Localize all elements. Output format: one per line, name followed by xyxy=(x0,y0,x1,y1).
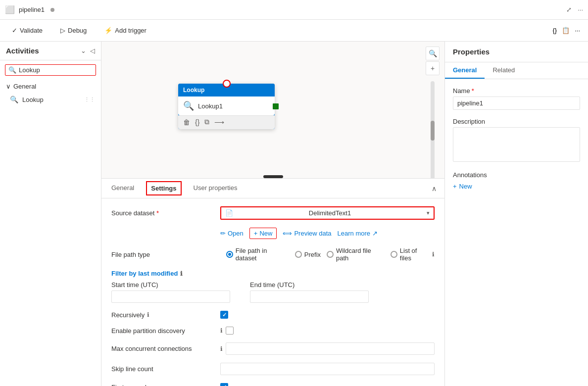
chevron-icon: ∨ xyxy=(6,83,11,90)
filter-section: Filter by last modified ℹ xyxy=(111,270,435,277)
prop-tab-general[interactable]: General xyxy=(445,62,485,79)
dashboard-icon[interactable]: 📋 xyxy=(562,27,570,34)
search-icon: 🔍 xyxy=(8,66,16,74)
end-time-label: End time (UTC) xyxy=(250,281,369,289)
validate-button[interactable]: ✓ Validate xyxy=(8,25,47,36)
name-input[interactable] xyxy=(453,96,580,110)
learn-more-button[interactable]: Learn more ↗ xyxy=(338,230,378,237)
name-required: * xyxy=(472,87,474,95)
end-time-input[interactable] xyxy=(250,290,369,303)
collapse-panel-button[interactable]: ∧ xyxy=(432,185,437,193)
sidebar-search[interactable]: 🔍 xyxy=(5,64,96,76)
source-dataset-label: Source dataset * xyxy=(111,209,220,217)
delete-icon[interactable]: 🗑 xyxy=(183,118,190,126)
sidebar-icons: ⌄ ◁ xyxy=(81,47,95,54)
zoom-in-button[interactable]: + xyxy=(426,61,440,75)
search-input[interactable] xyxy=(19,66,93,74)
more-icon[interactable]: ··· xyxy=(575,27,580,34)
recursively-checkbox[interactable] xyxy=(220,311,228,319)
time-row: Start time (UTC) End time (UTC) xyxy=(111,281,435,303)
settings-content: Source dataset * 📄 DelimitedText1 ▾ xyxy=(101,198,444,386)
first-row-only-row: First row only xyxy=(111,383,435,386)
max-concurrent-input[interactable] xyxy=(226,342,435,355)
activity-node-lookup[interactable]: Lookup 🔍 Lookup1 🗑 {} ⧉ ⟶ xyxy=(178,84,275,129)
toolbar-right: {} 📋 ··· xyxy=(552,27,580,34)
skip-line-count-row: Skip line count xyxy=(111,363,435,375)
list-of-files-info-icon[interactable]: ℹ xyxy=(432,251,435,258)
radio-btn-wildcard[interactable] xyxy=(327,251,334,258)
properties-content: Name * Description Annotations + New xyxy=(445,79,588,386)
main-layout: Activities ⌄ ◁ 🔍 ∨ General 🔍 Lookup ⋮⋮ xyxy=(0,42,588,386)
scrollbar-thumb xyxy=(431,121,435,141)
node-connector-top xyxy=(223,80,231,88)
sidebar-section-header[interactable]: ∨ General xyxy=(6,83,95,90)
prop-tab-related[interactable]: Related xyxy=(485,62,523,79)
file-path-label: File path type xyxy=(111,251,220,258)
sidebar-item-lookup[interactable]: 🔍 Lookup ⋮⋮ xyxy=(0,93,101,106)
debug-button[interactable]: ▷ Debug xyxy=(56,25,91,36)
skip-line-count-input[interactable] xyxy=(220,363,435,375)
description-textarea[interactable] xyxy=(453,127,580,162)
plus-icon: + xyxy=(254,230,258,237)
source-dataset-control: 📄 DelimitedText1 ▾ xyxy=(220,206,435,220)
validate-icon: ✓ xyxy=(12,27,17,34)
lookup-label: Lookup xyxy=(22,96,44,103)
dataset-actions-row: ✏ Open + New ⟺ Preview data Learn more xyxy=(111,224,435,239)
collapse-icon[interactable]: ⌄ xyxy=(81,47,86,54)
radio-btn-prefix[interactable] xyxy=(295,251,302,258)
radio-btn-list[interactable] xyxy=(391,251,397,258)
partition-discovery-checkbox[interactable] xyxy=(226,327,234,335)
trigger-icon: ⚡ xyxy=(104,27,112,34)
recursively-row: Recursively ℹ xyxy=(111,311,435,319)
bottom-panel-tabs: General Settings User properties ∧ xyxy=(101,179,444,198)
add-trigger-button[interactable]: ⚡ Add trigger xyxy=(100,25,150,36)
preview-icon: ⟺ xyxy=(283,230,292,237)
new-button[interactable]: + New xyxy=(249,228,277,239)
code-action-icon[interactable]: {} xyxy=(195,118,199,126)
copy-icon[interactable]: ⧉ xyxy=(204,118,209,126)
radio-file-path-in-dataset[interactable]: File path in dataset xyxy=(226,247,289,262)
zoom-search-button[interactable]: 🔍 xyxy=(426,47,440,60)
max-concurrent-info-icon[interactable]: ℹ xyxy=(220,345,223,352)
node-actions: 🗑 {} ⧉ ⟶ xyxy=(178,115,275,129)
tab-settings[interactable]: Settings xyxy=(146,181,181,195)
recursively-info-icon[interactable]: ℹ xyxy=(147,311,149,318)
radio-prefix[interactable]: Prefix xyxy=(295,251,321,258)
arrow-icon[interactable]: ⟶ xyxy=(214,118,224,126)
filter-info-icon[interactable]: ℹ xyxy=(180,270,183,277)
tab-user-properties[interactable]: User properties xyxy=(192,180,240,196)
node-body: 🔍 Lookup1 xyxy=(178,96,275,115)
skip-line-count-control xyxy=(220,363,435,375)
app-icon: ⬜ xyxy=(5,5,15,14)
canvas-divider xyxy=(263,175,283,178)
canvas[interactable]: Lookup 🔍 Lookup1 🗑 {} ⧉ ⟶ 🔍 + xyxy=(101,42,444,178)
preview-data-button[interactable]: ⟺ Preview data xyxy=(283,230,331,237)
radio-list-of-files[interactable]: List of files ℹ xyxy=(391,247,435,262)
partition-info-icon[interactable]: ℹ xyxy=(220,327,223,334)
more-options-icon[interactable]: ··· xyxy=(578,6,583,13)
first-row-only-checkbox[interactable] xyxy=(220,383,228,386)
required-mark: * xyxy=(156,209,159,217)
maximize-icon[interactable]: ⤢ xyxy=(566,6,572,13)
name-field: Name * xyxy=(453,87,580,110)
source-dataset-select[interactable]: 📄 DelimitedText1 ▾ xyxy=(220,206,435,220)
drag-handle: ⋮⋮ xyxy=(84,96,95,103)
filter-label: Filter by last modified ℹ xyxy=(111,270,435,277)
canvas-controls: 🔍 + xyxy=(426,47,440,75)
partition-discovery-control: ℹ xyxy=(220,327,234,335)
name-label: Name * xyxy=(453,87,580,95)
tab-general[interactable]: General xyxy=(109,180,136,196)
add-annotation-button[interactable]: + New xyxy=(453,183,580,190)
open-button[interactable]: ✏ Open xyxy=(220,230,244,237)
sidebar-section-general: ∨ General xyxy=(0,80,101,93)
dataset-actions: ✏ Open + New ⟺ Preview data Learn more xyxy=(220,228,378,239)
radio-btn-selected[interactable] xyxy=(226,251,233,258)
properties-panel: Properties General Related Name * Descri… xyxy=(444,42,588,386)
code-icon[interactable]: {} xyxy=(552,27,557,34)
radio-wildcard[interactable]: Wildcard file path xyxy=(327,247,385,262)
start-time-input[interactable] xyxy=(111,290,230,303)
start-time-group: Start time (UTC) xyxy=(111,281,230,303)
edit-icon: ✏ xyxy=(220,230,226,237)
hide-icon[interactable]: ◁ xyxy=(90,47,95,54)
canvas-scrollbar[interactable] xyxy=(431,81,435,178)
